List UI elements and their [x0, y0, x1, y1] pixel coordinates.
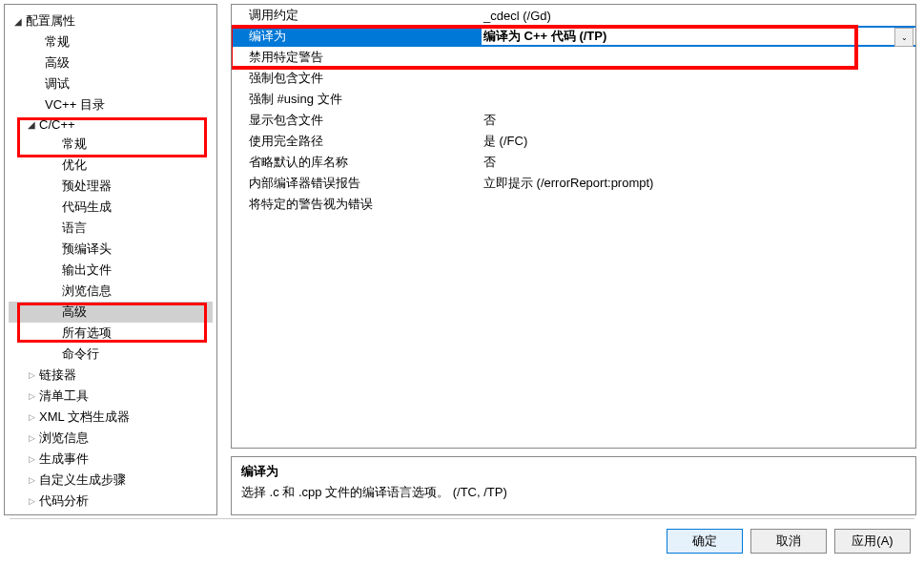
tree-item-vcdirs[interactable]: VC++ 目录: [9, 94, 213, 115]
tree-label: 命令行: [60, 345, 99, 363]
tree-label: 预处理器: [60, 178, 112, 195]
description-title: 编译为: [241, 463, 906, 480]
collapse-arrow-icon: ▷: [26, 475, 37, 485]
tree-item-xmldoc[interactable]: ▷XML 文档生成器: [9, 407, 213, 428]
tree-label: 浏览信息: [37, 429, 89, 447]
grid-name: 编译为: [232, 28, 482, 45]
tree-item-cpp-commandline[interactable]: 命令行: [9, 344, 213, 365]
tree-label: 配置属性: [24, 12, 75, 30]
tree-label: 常规: [43, 33, 70, 51]
expand-arrow-icon: ◢: [26, 119, 37, 130]
tree-item-cpp-precompiled[interactable]: 预编译头: [9, 239, 213, 260]
grid-name: 禁用特定警告: [232, 49, 482, 66]
grid-name: 强制包含文件: [232, 70, 482, 87]
grid-value: 编译为 C++ 代码 (/TP): [482, 28, 915, 45]
grid-row-show-includes[interactable]: 显示包含文件 否: [232, 110, 915, 131]
tree-label: 浏览信息: [60, 282, 112, 300]
tree-label: 清单工具: [37, 387, 89, 405]
grid-row-disable-warnings[interactable]: 禁用特定警告: [232, 47, 915, 68]
grid-name: 内部编译器错误报告: [232, 175, 482, 192]
tree-item-ccpp[interactable]: ◢ C/C++: [9, 115, 213, 134]
tree-label: 高级: [43, 54, 70, 72]
grid-row-treat-warnings-as-errors[interactable]: 将特定的警告视为错误: [232, 194, 915, 215]
grid-name: 显示包含文件: [232, 112, 482, 129]
tree-item-cpp-language[interactable]: 语言: [9, 218, 213, 239]
tree-label: C/C++: [37, 117, 75, 132]
collapse-arrow-icon: ▷: [26, 370, 37, 380]
tree-item-debug[interactable]: 调试: [9, 73, 213, 94]
tree-label: 代码分析: [37, 492, 89, 510]
expand-arrow-icon: ◢: [12, 16, 24, 27]
property-grid: 调用约定 _cdecl (/Gd) 编译为 编译为 C++ 代码 (/TP) 禁…: [231, 4, 916, 449]
grid-row-full-paths[interactable]: 使用完全路径 是 (/FC): [232, 131, 915, 152]
tree-item-cpp-preprocessor[interactable]: 预处理器: [9, 176, 213, 197]
collapse-arrow-icon: ▷: [26, 391, 37, 401]
grid-value: _cdecl (/Gd): [482, 9, 915, 23]
tree-label: 所有选项: [60, 324, 112, 342]
collapse-arrow-icon: ▷: [26, 433, 37, 443]
tree-label: 生成事件: [37, 450, 89, 468]
tree-label: XML 文档生成器: [37, 408, 130, 426]
tree-label: VC++ 目录: [43, 96, 105, 114]
tree-item-cpp-advanced[interactable]: 高级: [9, 302, 213, 323]
tree-label: 调试: [43, 75, 70, 93]
tree-item-general[interactable]: 常规: [9, 31, 213, 52]
tree-item-browseinfo2[interactable]: ▷浏览信息: [9, 428, 213, 449]
tree-label: 高级: [60, 303, 87, 321]
dropdown-arrow-button[interactable]: ⌄: [894, 28, 914, 47]
tree-label: 链接器: [37, 366, 76, 384]
tree-label: 语言: [60, 220, 87, 237]
tree-label: 预编译头: [60, 241, 112, 258]
grid-row-compile-as[interactable]: 编译为 编译为 C++ 代码 (/TP): [232, 26, 915, 47]
description-body: 选择 .c 和 .cpp 文件的编译语言选项。 (/TC, /TP): [241, 484, 906, 501]
grid-value: 否: [482, 154, 915, 171]
grid-row-forced-using[interactable]: 强制 #using 文件: [232, 89, 915, 110]
grid-row-omit-default-lib[interactable]: 省略默认的库名称 否: [232, 152, 915, 173]
config-tree-sidebar: ◢ 配置属性 常规 高级 调试 VC++ 目录 ◢ C/C++ 常规 优化 预处…: [4, 4, 217, 515]
cancel-button[interactable]: 取消: [750, 529, 827, 554]
separator: [10, 518, 914, 519]
grid-name: 将特定的警告视为错误: [232, 196, 482, 213]
tree-label: 输出文件: [60, 262, 112, 279]
collapse-arrow-icon: ▷: [26, 454, 37, 464]
grid-row-error-report[interactable]: 内部编译器错误报告 立即提示 (/errorReport:prompt): [232, 173, 915, 194]
tree-item-linker[interactable]: ▷链接器: [9, 365, 213, 386]
tree-item-manifest[interactable]: ▷清单工具: [9, 386, 213, 407]
collapse-arrow-icon: ▷: [26, 412, 37, 422]
tree-item-buildevents[interactable]: ▷生成事件: [9, 449, 213, 470]
tree-item-cpp-general[interactable]: 常规: [9, 134, 213, 155]
tree-label: 代码生成: [60, 199, 112, 216]
description-panel: 编译为 选择 .c 和 .cpp 文件的编译语言选项。 (/TC, /TP): [231, 456, 916, 515]
tree-item-cpp-browseinfo[interactable]: 浏览信息: [9, 281, 213, 302]
tree-label: 自定义生成步骤: [37, 471, 126, 489]
grid-name: 强制 #using 文件: [232, 91, 482, 108]
tree-label: 优化: [60, 157, 87, 174]
chevron-down-icon: ⌄: [901, 33, 908, 42]
tree-item-config-root[interactable]: ◢ 配置属性: [9, 10, 213, 31]
tree-label: 常规: [60, 136, 87, 153]
grid-row-calling-convention[interactable]: 调用约定 _cdecl (/Gd): [232, 5, 915, 26]
tree-item-cpp-alloptions[interactable]: 所有选项: [9, 323, 213, 344]
grid-value: 立即提示 (/errorReport:prompt): [482, 175, 915, 192]
tree-item-cpp-output[interactable]: 输出文件: [9, 260, 213, 281]
tree-item-custombuild[interactable]: ▷自定义生成步骤: [9, 470, 213, 491]
ok-button[interactable]: 确定: [667, 529, 743, 554]
grid-name: 省略默认的库名称: [232, 154, 482, 171]
apply-button[interactable]: 应用(A): [834, 529, 911, 554]
collapse-arrow-icon: ▷: [26, 496, 37, 506]
tree-item-cpp-codegen[interactable]: 代码生成: [9, 197, 213, 218]
tree-item-cpp-optimization[interactable]: 优化: [9, 155, 213, 176]
grid-name: 使用完全路径: [232, 133, 482, 150]
grid-name: 调用约定: [232, 7, 482, 24]
tree-item-advanced[interactable]: 高级: [9, 52, 213, 73]
grid-value: 是 (/FC): [482, 133, 915, 150]
grid-row-forced-include[interactable]: 强制包含文件: [232, 68, 915, 89]
grid-value: 否: [482, 112, 915, 129]
tree-item-codeanalysis[interactable]: ▷代码分析: [9, 491, 213, 512]
